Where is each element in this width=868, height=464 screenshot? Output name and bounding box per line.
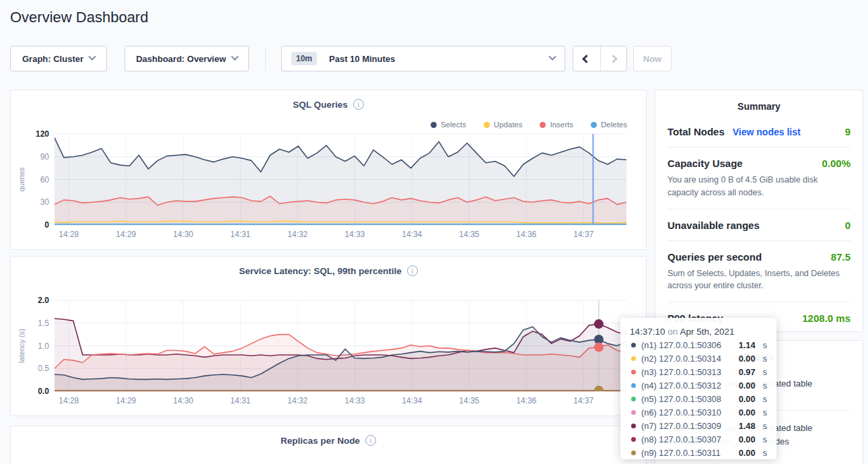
svg-text:2.0: 2.0 [38, 296, 49, 305]
chart-hover-tooltip: 14:37:10 on Apr 5th, 2021 (n1) 127.0.0.1… [620, 318, 776, 459]
chevron-down-icon [88, 53, 96, 61]
series-color-dot-icon [631, 370, 636, 374]
summary-row-value: 0.00% [822, 158, 851, 169]
now-button[interactable]: Now [633, 46, 672, 71]
tooltip-value-unit: s [763, 421, 767, 431]
tooltip-rows: (n1) 127.0.0.1:503061.14s(n2) 127.0.0.1:… [630, 340, 767, 458]
graph-dropdown-label: Graph: Cluster [22, 54, 83, 64]
chart-title-text: Replicas per Node [281, 436, 360, 446]
svg-text:queries: queries [17, 167, 26, 192]
svg-text:14:35: 14:35 [459, 396, 479, 405]
summary-row-value: 0 [845, 220, 851, 231]
tooltip-node-address: (n9) 127.0.0.1:50311 [641, 448, 733, 458]
tooltip-node-address: (n4) 127.0.0.1:50312 [641, 380, 733, 391]
replicas-per-node-card: Replicas per Node i [10, 426, 647, 464]
svg-text:14:36: 14:36 [516, 396, 536, 405]
tooltip-node-value: 0.00 [739, 394, 756, 404]
tooltip-node-value: 0.00 [739, 354, 756, 364]
tooltip-node-value: 1.48 [739, 421, 756, 431]
time-step-control [573, 46, 627, 71]
tooltip-value-unit: s [763, 448, 767, 458]
svg-text:120: 120 [36, 129, 49, 139]
tooltip-node-row: (n5) 127.0.0.1:503080.00s [630, 394, 767, 404]
tooltip-value-unit: s [763, 354, 767, 364]
summary-row-value: 87.5 [831, 251, 851, 263]
svg-text:0.0: 0.0 [38, 387, 49, 396]
summary-row-label: Unavailable ranges [667, 220, 760, 231]
graph-dropdown[interactable]: Graph: Cluster [10, 46, 107, 71]
tooltip-node-address: (n3) 127.0.0.1:50313 [641, 367, 733, 377]
summary-row: Total NodesView nodes list9 [667, 116, 851, 147]
summary-row: Capacity Usage0.00%You are using 0 B of … [667, 147, 851, 209]
tooltip-node-address: (n6) 127.0.0.1:50310 [641, 407, 733, 418]
tooltip-node-row: (n2) 127.0.0.1:503140.00s [630, 354, 767, 364]
svg-text:14:30: 14:30 [173, 230, 193, 239]
chevron-down-icon [231, 53, 238, 61]
tooltip-node-value: 0.00 [739, 448, 756, 458]
svg-text:14:29: 14:29 [116, 396, 136, 405]
tooltip-node-row: (n8) 127.0.0.1:503070.00s [630, 434, 767, 444]
tooltip-on: on [667, 327, 678, 337]
service-latency-card: Service Latency: SQL, 99th percentile i … [10, 256, 647, 416]
time-range-label: Past 10 Minutes [329, 54, 395, 64]
page-title: Overview Dashboard [10, 9, 148, 26]
series-color-dot-icon [631, 451, 636, 455]
tooltip-value-unit: s [763, 407, 767, 418]
tooltip-node-value: 0.97 [739, 367, 756, 377]
series-color-dot-icon [631, 397, 636, 401]
summary-row-label: Capacity Usage [667, 158, 743, 169]
chart-title: Replicas per Node i [11, 435, 646, 446]
svg-text:14:32: 14:32 [287, 396, 308, 405]
tooltip-node-row: (n7) 127.0.0.1:503091.48s [630, 421, 767, 431]
svg-text:1.0: 1.0 [38, 341, 49, 351]
summary-row-description: Sum of Selects, Updates, Inserts, and De… [667, 267, 851, 293]
svg-text:14:30: 14:30 [173, 396, 193, 405]
svg-text:14:31: 14:31 [230, 396, 250, 405]
series-color-dot-icon [631, 356, 636, 361]
svg-text:60: 60 [40, 175, 50, 185]
svg-text:14:35: 14:35 [459, 230, 479, 239]
svg-text:1.5: 1.5 [38, 319, 49, 328]
tooltip-value-unit: s [763, 340, 767, 350]
summary-rows: Total NodesView nodes list9Capacity Usag… [667, 116, 851, 333]
series-color-dot-icon [631, 383, 636, 388]
svg-text:14:33: 14:33 [345, 230, 365, 239]
svg-text:14:34: 14:34 [402, 396, 422, 405]
time-range-badge: 10m [291, 52, 317, 65]
time-range-dropdown[interactable]: 10m Past 10 Minutes [281, 46, 565, 71]
dashboard-dropdown[interactable]: Dashboard: Overview [124, 46, 249, 71]
summary-row-description: You are using 0 B of 4.5 GiB usable disk… [667, 174, 851, 199]
svg-text:latency (s): latency (s) [17, 329, 26, 363]
summary-row: Queries per second87.5Sum of Selects, Up… [667, 241, 851, 303]
tooltip-node-value: 0.00 [739, 407, 756, 418]
tooltip-node-address: (n1) 127.0.0.1:50306 [641, 340, 733, 350]
dashboard-dropdown-label: Dashboard: Overview [136, 54, 226, 64]
summary-row-value: 1208.0 ms [802, 312, 851, 324]
svg-text:30: 30 [40, 197, 50, 207]
tooltip-timestamp: 14:37:10 on Apr 5th, 2021 [630, 327, 767, 337]
tooltip-node-row: (n6) 127.0.0.1:503100.00s [630, 407, 767, 418]
svg-text:14:28: 14:28 [59, 396, 79, 405]
tooltip-node-value: 0.00 [739, 380, 756, 391]
svg-text:90: 90 [40, 152, 50, 162]
tooltip-value-unit: s [763, 394, 767, 404]
tooltip-value-unit: s [763, 434, 767, 444]
svg-text:14:31: 14:31 [230, 230, 250, 239]
tooltip-date: Apr 5th, 2021 [680, 327, 734, 337]
info-icon[interactable]: i [365, 435, 376, 446]
tooltip-node-value: 0.00 [739, 434, 756, 444]
series-color-dot-icon [631, 437, 636, 442]
tooltip-node-row: (n9) 127.0.0.1:503110.00s [630, 448, 767, 458]
summary-row: Unavailable ranges0 [667, 209, 851, 241]
tooltip-node-row: (n1) 127.0.0.1:503061.14s [630, 340, 767, 350]
toolbar-divider [265, 47, 266, 70]
tooltip-node-address: (n5) 127.0.0.1:50308 [641, 394, 733, 404]
series-color-dot-icon [631, 410, 636, 415]
tooltip-node-row: (n4) 127.0.0.1:503120.00s [630, 380, 767, 391]
tooltip-node-address: (n7) 127.0.0.1:50309 [641, 421, 733, 431]
view-nodes-list-link[interactable]: View nodes list [733, 127, 801, 137]
next-range-button[interactable] [600, 46, 627, 71]
svg-text:14:33: 14:33 [345, 396, 365, 405]
prev-range-button[interactable] [573, 46, 600, 71]
tooltip-value-unit: s [763, 380, 767, 391]
